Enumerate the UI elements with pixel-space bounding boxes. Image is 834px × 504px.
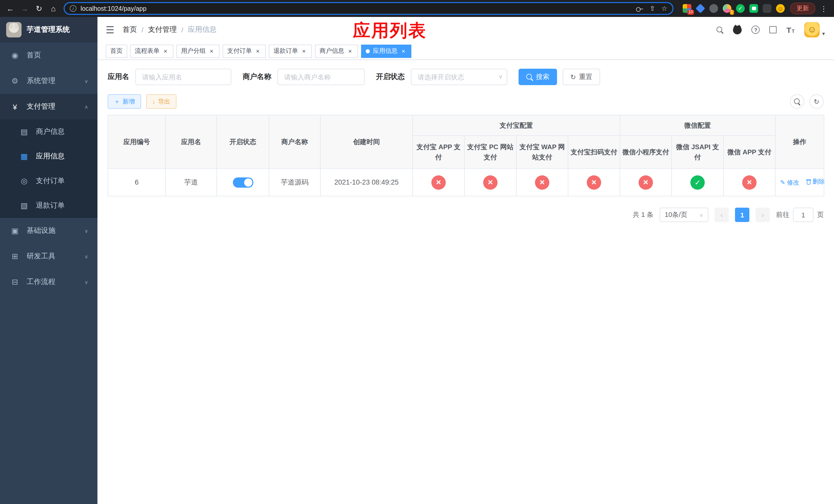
wechat-app-status-icon [742,175,756,189]
close-icon[interactable] [208,48,215,54]
sidebar-item-app-info[interactable]: ▦ 应用信息 [0,144,97,169]
tab-app-info[interactable]: 应用信息 [361,44,411,58]
tab-label: 应用信息 [373,47,397,55]
goto-page-input[interactable] [793,208,813,222]
tab-process-form[interactable]: 流程表单 [130,44,173,58]
app-name-input[interactable] [135,69,231,85]
fullscreen-icon[interactable] [770,26,777,33]
chevron-down-icon: ∨ [84,279,88,285]
toggle-search-button[interactable] [790,94,804,109]
extension-badge: 1 [730,10,734,15]
refresh-table-button[interactable]: ↻ [809,94,824,109]
breadcrumb-separator: / [181,26,183,33]
search-button[interactable]: 搜索 [519,69,557,85]
page-number-1[interactable]: 1 [735,208,749,222]
tab-merchant-info[interactable]: 商户信息 [315,44,358,58]
password-key-icon[interactable] [636,5,643,12]
cell-status [217,168,269,196]
sidebar-item-label: 系统管理 [27,76,56,86]
extension-icon-2[interactable] [696,4,705,13]
bookmark-star-icon[interactable]: ☆ [661,5,667,12]
hamburger-icon[interactable]: ☰ [106,24,114,36]
sidebar-item-label: 支付管理 [27,102,56,111]
breadcrumb-payment[interactable]: 支付管理 [148,25,177,35]
search-icon[interactable] [717,26,723,33]
sidebar-item-infrastructure[interactable]: ▣ 基础设施 ∨ [0,218,97,244]
browser-menu-icon[interactable]: ⋮ [818,2,830,15]
address-bar[interactable]: localhost:1024/pay/app ⇧ ☆ [64,2,674,15]
export-button[interactable]: ↓ 导出 [146,94,176,109]
sidebar-item-merchant-info[interactable]: ▤ 商户信息 [0,119,97,144]
sidebar-item-devtools[interactable]: ⊞ 研发工具 ∨ [0,244,97,269]
app-logo-header[interactable]: 芋道管理系统 [0,17,97,43]
trash-icon [806,179,811,185]
tab-label: 退款订单 [273,47,298,55]
edit-link[interactable]: ✎修改 [780,178,799,187]
page-size-select[interactable]: 10条/页 ∨ [660,208,708,222]
workflow-icon: ⊟ [9,277,21,287]
extension-icon-8[interactable] [776,4,785,13]
cell-app-name: 芋道 [166,168,217,196]
avatar [804,22,820,38]
sidebar-item-home[interactable]: ◉ 首页 [0,43,97,68]
extension-icon-3[interactable] [709,4,718,13]
close-icon[interactable] [255,48,261,54]
tab-refund-order[interactable]: 退款订单 [269,44,312,58]
reset-button[interactable]: ↻ 重置 [563,69,600,85]
browser-update-button[interactable]: 更新 [790,3,815,14]
back-icon[interactable]: ← [4,2,16,15]
breadcrumb-home[interactable]: 首页 [123,25,137,35]
tab-home[interactable]: 首页 [106,44,127,58]
close-icon[interactable] [162,48,169,54]
status-select-input[interactable] [411,69,507,85]
user-menu[interactable]: ▼ [804,22,826,38]
next-page-button[interactable]: › [755,208,770,222]
status-select[interactable]: ∨ [411,69,507,85]
forward-icon[interactable]: → [19,2,31,15]
tab-pay-order[interactable]: 支付订单 [223,44,266,58]
dashboard-icon: ◉ [9,51,21,60]
extensions-area: 10 1 [680,4,788,13]
sidebar-item-label: 工作流程 [27,277,56,287]
github-icon[interactable] [733,25,742,34]
font-size-icon[interactable] [787,26,794,33]
yen-icon: ¥ [9,102,21,111]
delete-link[interactable]: 删除 [806,178,825,186]
extension-icon-1[interactable]: 10 [683,4,692,13]
close-icon[interactable] [301,48,307,54]
credit-card-icon: ▤ [19,127,30,136]
close-icon[interactable] [347,48,353,54]
extension-icon-5[interactable] [736,4,745,13]
tab-label: 用户分组 [181,47,206,55]
status-toggle[interactable] [233,177,253,187]
extension-icon-6[interactable] [749,4,758,13]
goto-label: 前往 [776,210,789,220]
chevron-down-icon: ∨ [699,212,703,217]
extension-icon-7[interactable] [763,4,771,13]
tab-user-group[interactable]: 用户分组 [176,44,220,58]
merchant-name-input[interactable] [278,69,365,85]
sidebar-item-workflow[interactable]: ⊟ 工作流程 ∨ [0,269,97,295]
navbar: ☰ 首页 / 支付管理 / 应用信息 应用列表 [97,17,834,43]
help-icon[interactable] [752,26,760,34]
cell-merchant: 芋道源码 [269,168,320,196]
delete-label: 删除 [812,178,825,186]
sidebar-item-pay-order[interactable]: ◎ 支付订单 [0,169,97,193]
home-icon[interactable]: ⌂ [47,2,60,15]
close-icon[interactable] [400,48,407,54]
site-info-icon[interactable] [70,5,76,12]
sidebar-item-system[interactable]: ⚙ 系统管理 ∨ [0,68,97,94]
reload-icon[interactable]: ↻ [33,2,45,15]
breadcrumb-separator: / [141,26,144,33]
filter-form: 应用名 商户名称 开启状态 ∨ [108,69,824,85]
app-table: 应用编号 应用名 开启状态 商户名称 创建时间 支付宝配置 微信配置 操作 支付… [108,115,824,197]
add-button[interactable]: ＋ 新增 [108,94,141,109]
col-wechat-mini: 微信小程序支付 [620,136,672,168]
prev-page-button[interactable]: ‹ [715,208,729,222]
sidebar-item-refund-order[interactable]: ▧ 退款订单 [0,193,97,218]
share-icon[interactable]: ⇧ [650,5,655,12]
app-logo [6,22,22,38]
sidebar-item-payment[interactable]: ¥ 支付管理 ∧ [0,94,97,119]
navbar-actions: ▼ [717,22,826,38]
extension-icon-4[interactable]: 1 [723,4,731,13]
